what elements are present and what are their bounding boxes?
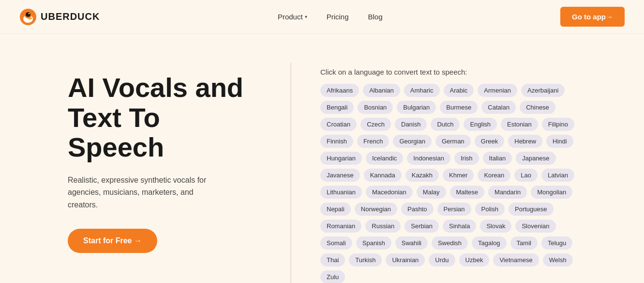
- language-tag[interactable]: Danish: [395, 118, 427, 131]
- language-tag[interactable]: Italian: [483, 152, 512, 165]
- language-tag[interactable]: Nepali: [320, 203, 351, 216]
- language-tag[interactable]: Tagalog: [472, 236, 507, 250]
- svg-point-3: [26, 12, 30, 17]
- language-tag[interactable]: Tamil: [510, 236, 538, 250]
- language-tag[interactable]: Turkish: [349, 253, 382, 267]
- nav-pricing-link[interactable]: Pricing: [327, 13, 349, 21]
- language-tag[interactable]: Hindi: [546, 135, 573, 148]
- language-tag[interactable]: Slovak: [480, 220, 511, 233]
- language-tag[interactable]: Irish: [454, 152, 479, 165]
- language-tag[interactable]: Sinhala: [443, 220, 476, 233]
- language-tag[interactable]: Telugu: [541, 236, 572, 250]
- lang-prompt: Click on a language to convert text to s…: [320, 68, 576, 76]
- language-tag[interactable]: Hebrew: [508, 135, 542, 148]
- language-tag[interactable]: Bengali: [320, 101, 354, 114]
- hero-right: Click on a language to convert text to s…: [290, 63, 576, 283]
- language-tag[interactable]: Mongolian: [531, 186, 572, 199]
- language-tag[interactable]: Amharic: [404, 84, 440, 97]
- language-tag[interactable]: Finnish: [320, 135, 353, 148]
- language-tag[interactable]: Filipino: [542, 118, 574, 131]
- start-free-button[interactable]: Start for Free →: [68, 229, 157, 253]
- language-tag[interactable]: Dutch: [431, 118, 460, 131]
- logo-link[interactable]: UBERDUCK: [19, 8, 100, 26]
- language-tag[interactable]: Albanian: [363, 84, 400, 97]
- language-tag[interactable]: Latvian: [541, 169, 574, 182]
- language-tag[interactable]: Chinese: [520, 101, 555, 114]
- language-tags-container: AfrikaansAlbanianAmharicArabicArmenianAz…: [320, 84, 576, 283]
- language-tag[interactable]: Malay: [417, 186, 446, 199]
- hero-left: AI Vocals and Text To Speech Realistic, …: [68, 63, 252, 253]
- language-tag[interactable]: Polish: [475, 203, 505, 216]
- chevron-down-icon: ▾: [305, 14, 307, 19]
- nav-product-link[interactable]: Product ▾: [278, 13, 307, 21]
- hero-section: AI Vocals and Text To Speech Realistic, …: [0, 34, 644, 283]
- language-tag[interactable]: Hungarian: [320, 152, 362, 165]
- language-tag[interactable]: Korean: [478, 169, 510, 182]
- nav-blog-link[interactable]: Blog: [368, 13, 382, 21]
- language-tag[interactable]: Kannada: [364, 169, 402, 182]
- language-tag[interactable]: Azerbaijani: [521, 84, 565, 97]
- language-tag[interactable]: Japanese: [516, 152, 555, 165]
- language-tag[interactable]: Mandarin: [488, 186, 527, 199]
- language-tag[interactable]: Romanian: [320, 220, 361, 233]
- language-tag[interactable]: Georgian: [393, 135, 431, 148]
- language-tag[interactable]: Norwegian: [355, 203, 397, 216]
- language-tag[interactable]: Czech: [360, 118, 391, 131]
- language-tag[interactable]: Burmese: [440, 101, 478, 114]
- language-tag[interactable]: Persian: [437, 203, 471, 216]
- language-tag[interactable]: Arabic: [444, 84, 474, 97]
- language-tag[interactable]: Thai: [320, 253, 345, 267]
- language-tag[interactable]: French: [357, 135, 389, 148]
- language-tag[interactable]: Afrikaans: [320, 84, 359, 97]
- hero-title: AI Vocals and Text To Speech: [68, 73, 252, 162]
- language-tag[interactable]: Bosnian: [358, 101, 393, 114]
- hero-subtitle: Realistic, expressive synthetic vocals f…: [68, 174, 223, 211]
- language-tag[interactable]: Pashto: [401, 203, 433, 216]
- language-tag[interactable]: Zulu: [320, 270, 345, 283]
- language-tag[interactable]: Maltese: [450, 186, 485, 199]
- language-tag[interactable]: Catalan: [481, 101, 516, 114]
- language-tag[interactable]: Khmer: [443, 169, 474, 182]
- logo-icon: [19, 8, 37, 26]
- language-tag[interactable]: Bulgarian: [397, 101, 436, 114]
- nav-links: Product ▾ Pricing Blog: [278, 13, 383, 21]
- language-tag[interactable]: Lithuanian: [320, 186, 362, 199]
- svg-point-5: [29, 13, 30, 14]
- language-tag[interactable]: Serbian: [404, 220, 439, 233]
- language-tag[interactable]: Somali: [320, 236, 352, 250]
- language-tag[interactable]: Uzbek: [459, 253, 490, 267]
- language-tag[interactable]: Croatian: [320, 118, 357, 131]
- logo-text: UBERDUCK: [41, 11, 100, 22]
- language-tag[interactable]: Welsh: [543, 253, 573, 267]
- language-tag[interactable]: Icelandic: [366, 152, 403, 165]
- language-tag[interactable]: English: [464, 118, 497, 131]
- language-tag[interactable]: Kazakh: [405, 169, 439, 182]
- svg-point-4: [28, 17, 32, 19]
- language-tag[interactable]: Urdu: [429, 253, 455, 267]
- language-tag[interactable]: Lao: [514, 169, 538, 182]
- language-tag[interactable]: Javanese: [320, 169, 360, 182]
- language-tag[interactable]: Armenian: [478, 84, 517, 97]
- language-tag[interactable]: Slovenian: [515, 220, 555, 233]
- language-tag[interactable]: Macedonian: [366, 186, 413, 199]
- navbar: UBERDUCK Product ▾ Pricing Blog Go to ap…: [0, 0, 644, 34]
- nav-cta-button[interactable]: Go to app→: [560, 7, 625, 27]
- language-tag[interactable]: Swedish: [432, 236, 468, 250]
- language-tag[interactable]: Russian: [365, 220, 401, 233]
- language-tag[interactable]: Swahili: [395, 236, 428, 250]
- language-tag[interactable]: German: [435, 135, 471, 148]
- language-tag[interactable]: Ukrainian: [386, 253, 425, 267]
- language-tag[interactable]: Vietnamese: [493, 253, 539, 267]
- language-tag[interactable]: Estonian: [501, 118, 538, 131]
- language-tag[interactable]: Spanish: [356, 236, 391, 250]
- language-tag[interactable]: Indonesian: [407, 152, 450, 165]
- language-tag[interactable]: Greek: [475, 135, 504, 148]
- language-tag[interactable]: Portuguese: [509, 203, 554, 216]
